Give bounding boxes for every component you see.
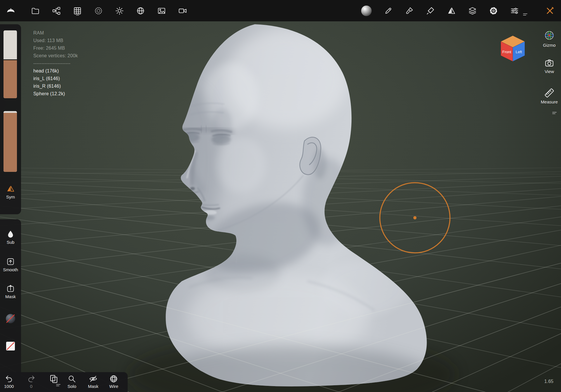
undo-count: 1000	[4, 384, 14, 389]
measure-button[interactable]: Measure	[537, 88, 561, 104]
nomad-logo-icon	[6, 6, 16, 16]
gizmo-icon	[543, 29, 555, 42]
brush-intensity-slider[interactable]	[4, 111, 17, 172]
scene-graph-button[interactable]	[52, 6, 61, 15]
mask-bottom-label: Mask	[88, 384, 98, 389]
sym-triangle-icon	[6, 184, 15, 193]
brush-radius-fill	[4, 59, 17, 98]
wrench-tools-icon	[545, 6, 555, 15]
stats-divider: -----------------------	[33, 60, 78, 67]
interface-settings-button[interactable]	[510, 6, 519, 15]
undo-icon	[5, 374, 13, 383]
wire-sphere-icon	[109, 374, 118, 383]
pages-icon	[49, 374, 58, 384]
toolbar-left-group	[6, 6, 187, 16]
object-iris-l: iris_L (6146)	[33, 75, 78, 82]
scene-list-button[interactable]	[49, 374, 58, 384]
lighting-button[interactable]	[115, 6, 124, 15]
files-button[interactable]	[31, 6, 40, 15]
object-iris-r: iris_R (6146)	[33, 82, 78, 90]
camera-button[interactable]	[178, 6, 187, 15]
sym-label: Sym	[6, 194, 15, 199]
airbrush-tool-button[interactable]	[426, 6, 435, 15]
droplet-icon	[6, 230, 15, 239]
falloff-button[interactable]	[0, 313, 21, 324]
pencil-tool-button[interactable]	[384, 6, 393, 15]
ram-used: Used: 113 MB	[33, 37, 78, 44]
undo-button[interactable]: 1000	[4, 374, 14, 389]
symmetry-button[interactable]	[447, 6, 456, 15]
layers-icon	[468, 6, 477, 15]
settings-button[interactable]	[489, 6, 498, 15]
left-tool-panel: Sub Smooth Mask	[0, 219, 21, 378]
mask-label: Mask	[5, 294, 16, 299]
mask-visibility-button[interactable]: Mask	[88, 374, 98, 389]
gizmo-label: Gizmo	[543, 43, 555, 48]
symmetry-toggle-button[interactable]: Sym	[0, 184, 21, 199]
sun-icon	[115, 6, 124, 15]
folder-icon	[31, 6, 40, 15]
object-head: head (176k)	[33, 67, 78, 75]
sub-tool-button[interactable]: Sub	[0, 230, 21, 245]
measure-submenu-indicator[interactable]	[552, 112, 557, 115]
smooth-tool-button[interactable]: Smooth	[0, 257, 21, 272]
measure-label: Measure	[541, 99, 558, 104]
view-button[interactable]: View	[537, 58, 561, 74]
tools-button[interactable]	[545, 6, 555, 15]
scene-stats: RAM Used: 113 MB Free: 2645 MB Scene ver…	[33, 29, 78, 98]
stencil-off-button[interactable]	[0, 340, 21, 352]
app-logo-button[interactable]	[6, 6, 16, 16]
video-camera-icon	[178, 6, 187, 15]
scene-graph-icon	[52, 6, 61, 15]
pencil-icon	[384, 6, 393, 15]
smooth-box-arrow-icon	[6, 257, 15, 266]
mask-box-arrow-icon	[6, 284, 15, 293]
bottom-toolbar: 1000 0 Solo	[0, 372, 128, 392]
ram-free: Free: 2645 MB	[33, 44, 78, 52]
view-label: View	[545, 69, 554, 74]
viewport-canvas[interactable]	[0, 0, 561, 392]
falloff-sphere-icon	[5, 313, 16, 324]
zoom-level: 1.65	[544, 379, 553, 384]
background-image-button[interactable]	[157, 6, 166, 15]
redo-button[interactable]: 0	[27, 374, 36, 389]
ruler-icon	[544, 88, 555, 98]
image-icon	[157, 6, 166, 15]
magnifier-icon	[67, 374, 76, 383]
wire-label: Wire	[109, 384, 118, 389]
paint-tool-button[interactable]	[405, 6, 414, 15]
redo-count: 0	[30, 384, 32, 389]
interface-submenu-indicator[interactable]	[523, 13, 528, 16]
mirror-triangle-icon	[447, 6, 456, 15]
brush-radius-slider[interactable]	[4, 30, 17, 98]
gizmo-button[interactable]: Gizmo	[537, 29, 561, 48]
smooth-label: Smooth	[3, 267, 18, 272]
object-sphere: Sphere (12.2k)	[33, 90, 78, 98]
material-button[interactable]	[361, 6, 372, 16]
nomad-sculpt-app: RAM Used: 113 MB Free: 2645 MB Scene ver…	[0, 0, 561, 392]
scene-vertices: Scene vertices: 200k	[33, 52, 78, 60]
wireframe-button[interactable]: Wire	[109, 374, 118, 389]
solo-button[interactable]: Solo	[67, 374, 76, 389]
scene-list-submenu-indicator[interactable]	[56, 384, 61, 387]
photo-camera-icon	[544, 58, 554, 68]
sub-label: Sub	[7, 240, 15, 245]
cube-front-label: Front	[502, 50, 511, 54]
voxel-remesh-button[interactable]	[94, 6, 103, 15]
topology-submenu-indicator[interactable]	[76, 13, 81, 16]
environment-button[interactable]	[136, 6, 145, 15]
sliders-icon	[510, 6, 519, 15]
dotted-sphere-icon	[94, 6, 103, 15]
orientation-cube[interactable]: Front Left	[497, 32, 529, 64]
solo-label: Solo	[67, 384, 76, 389]
redo-icon	[27, 374, 36, 383]
left-slider-panel: Sym	[0, 24, 21, 214]
eye-off-icon	[89, 374, 98, 383]
brush-intensity-fill	[4, 113, 17, 172]
paintbrush-icon	[405, 6, 414, 15]
layers-button[interactable]	[468, 6, 477, 15]
mask-tool-button[interactable]: Mask	[0, 284, 21, 299]
matcap-sphere-icon	[361, 6, 372, 16]
cube-left-label: Left	[516, 50, 522, 54]
airbrush-icon	[426, 6, 435, 15]
